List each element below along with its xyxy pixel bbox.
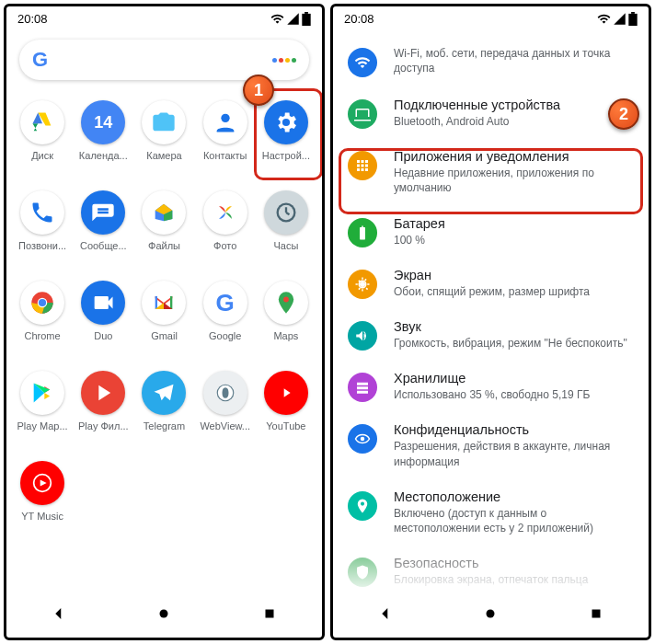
nav-bar <box>333 593 649 638</box>
nav-back[interactable] <box>377 605 394 626</box>
app-google[interactable]: G Google <box>195 275 256 365</box>
settings-item-subtitle: 100 % <box>394 233 634 247</box>
app-duo[interactable]: Duo <box>73 275 133 365</box>
signal-icon <box>286 12 300 26</box>
app-label: Maps <box>273 330 298 341</box>
telegram-icon <box>142 371 186 415</box>
app-label: Файлы <box>148 240 180 251</box>
wifi-icon <box>597 12 611 26</box>
devices-icon <box>348 99 377 129</box>
apps-icon <box>348 151 377 180</box>
files-icon <box>142 190 186 235</box>
app-messages[interactable]: Сообще... <box>73 185 133 275</box>
camera-icon <box>142 100 186 144</box>
brightness-icon <box>348 270 377 299</box>
signal-icon <box>613 12 626 26</box>
app-label: YT Music <box>21 511 63 522</box>
settings-item-security[interactable]: БезопасностьБлокировка экрана, отпечаток… <box>333 546 649 593</box>
settings-item-volume[interactable]: ЗвукГромкость, вибрация, режим "Не беспо… <box>333 309 649 361</box>
calendar-icon: 14 <box>81 100 125 144</box>
settings-item-subtitle: Использовано 35 %, свободно 5,19 ГБ <box>394 387 634 402</box>
app-contacts[interactable]: Контакты <box>195 95 256 185</box>
settings-item-title: Подключенные устройства <box>394 98 634 112</box>
app-play-movies[interactable]: Play Фил... <box>73 365 133 455</box>
status-icons <box>597 12 638 26</box>
storage-icon <box>348 373 377 402</box>
svg-point-16 <box>360 282 365 287</box>
phone-icon <box>20 190 64 235</box>
messages-icon <box>81 190 125 235</box>
app-label: Gmail <box>151 330 178 341</box>
app-play-store[interactable]: Play Мар... <box>12 365 73 455</box>
app-label: Telegram <box>144 420 185 431</box>
step-badge-2: 2 <box>608 98 639 130</box>
phone-settings: 20:08 Wi-Fi, моб. сети, передача данных … <box>330 4 651 640</box>
youtube-icon <box>264 371 308 415</box>
settings-item-brightness[interactable]: ЭкранОбои, спящий режим, размер шрифта <box>333 258 649 309</box>
settings-item-apps[interactable]: Приложения и уведомленияНедавние приложе… <box>333 139 649 205</box>
app-label: Play Мар... <box>17 420 68 431</box>
app-webview[interactable]: WebView... <box>195 365 256 455</box>
app-gmail[interactable]: Gmail <box>133 275 194 365</box>
app-label: Фото <box>213 240 236 251</box>
settings-item-wifi[interactable]: Wi-Fi, моб. сети, передача данных и точк… <box>333 36 649 87</box>
settings-item-title: Батарея <box>394 216 634 231</box>
app-phone[interactable]: Позвони... <box>12 185 73 275</box>
app-chrome[interactable]: Chrome <box>12 275 73 365</box>
google-search-bar[interactable]: G <box>19 40 309 80</box>
assistant-icon[interactable] <box>272 58 296 63</box>
app-telegram[interactable]: Telegram <box>133 365 194 455</box>
settings-item-subtitle: Включено (доступ к данным о местоположен… <box>394 506 634 535</box>
play-store-icon <box>20 371 64 415</box>
app-camera[interactable]: Камера <box>133 95 194 185</box>
settings-item-title: Звук <box>394 319 634 334</box>
status-time: 20:08 <box>344 12 374 26</box>
location-icon <box>348 491 377 521</box>
nav-recent[interactable] <box>261 605 278 626</box>
settings-item-title: Экран <box>394 268 634 282</box>
status-icons <box>270 12 311 26</box>
google-icon: G <box>203 281 247 325</box>
app-photos[interactable]: Фото <box>195 185 256 275</box>
settings-item-subtitle: Bluetooth, Android Auto <box>394 114 634 129</box>
clock-icon <box>264 190 308 235</box>
settings-item-subtitle: Блокировка экрана, отпечаток пальца <box>394 572 634 587</box>
app-label: Play Фил... <box>78 420 129 431</box>
settings-item-privacy[interactable]: КонфиденциальностьРазрешения, действия в… <box>333 412 649 478</box>
settings-item-devices[interactable]: Подключенные устройстваBluetooth, Androi… <box>333 87 649 139</box>
google-logo-icon: G <box>32 48 48 72</box>
gmail-icon <box>142 281 186 325</box>
volume-icon <box>348 321 377 351</box>
app-label: YouTube <box>266 420 305 431</box>
nav-recent[interactable] <box>588 605 604 626</box>
app-files[interactable]: Файлы <box>133 185 194 275</box>
svg-rect-14 <box>628 13 637 25</box>
status-bar: 20:08 <box>333 6 649 30</box>
app-label: Диск <box>31 150 53 161</box>
svg-point-8 <box>39 299 46 306</box>
settings-item-battery[interactable]: Батарея100 % <box>333 206 649 258</box>
app-clock[interactable]: Часы <box>256 185 316 275</box>
app-ytmusic[interactable]: YT Music <box>12 455 73 546</box>
photos-icon <box>203 190 247 235</box>
settings-item-subtitle: Обои, спящий режим, размер шрифта <box>394 284 634 299</box>
nav-home[interactable] <box>482 605 499 626</box>
nav-back[interactable] <box>51 605 67 626</box>
svg-point-12 <box>160 610 168 618</box>
app-drive[interactable]: Диск <box>12 95 73 185</box>
ytmusic-icon <box>20 461 64 505</box>
app-maps[interactable]: Maps <box>256 275 316 365</box>
app-settings[interactable]: Настрой... <box>256 95 316 185</box>
svg-rect-19 <box>592 610 600 618</box>
nav-home[interactable] <box>155 605 172 626</box>
settings-list[interactable]: Wi-Fi, моб. сети, передача данных и точк… <box>333 30 649 593</box>
app-label: Календа... <box>79 150 128 161</box>
settings-item-location[interactable]: МестоположениеВключено (доступ к данным … <box>333 479 649 546</box>
app-calendar[interactable]: 14 Календа... <box>73 95 133 185</box>
svg-rect-1 <box>305 12 308 14</box>
settings-item-subtitle: Wi-Fi, моб. сети, передача данных и точк… <box>394 46 634 75</box>
svg-rect-0 <box>302 13 310 25</box>
settings-item-storage[interactable]: ХранилищеИспользовано 35 %, свободно 5,1… <box>333 361 649 412</box>
app-youtube[interactable]: YouTube <box>256 365 316 455</box>
wifi-icon <box>348 48 377 77</box>
